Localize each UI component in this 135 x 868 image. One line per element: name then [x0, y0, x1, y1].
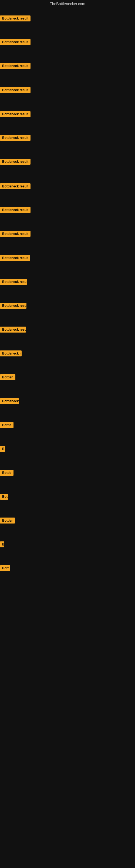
bottleneck-result-badge-22[interactable]: Bottlen — [0, 518, 15, 524]
badge-container-6: Bottleneck result — [0, 135, 31, 142]
bottleneck-result-badge-23[interactable]: B — [0, 541, 4, 547]
badge-container-8: Bottleneck result — [0, 183, 31, 190]
bottleneck-result-badge-5[interactable]: Bottleneck result — [0, 111, 31, 117]
badge-container-24: Bott — [0, 565, 10, 572]
bottleneck-result-badge-18[interactable]: Bottle — [0, 422, 13, 428]
badge-container-18: Bottle — [0, 422, 13, 429]
badge-container-20: Bottle — [0, 470, 13, 477]
bottleneck-result-badge-10[interactable]: Bottleneck result — [0, 231, 31, 237]
badge-container-1: Bottleneck result — [0, 16, 31, 23]
badge-container-12: Bottleneck resu — [0, 279, 27, 286]
badge-container-4: Bottleneck result — [0, 87, 31, 94]
bottleneck-result-badge-12[interactable]: Bottleneck resu — [0, 279, 27, 285]
bottleneck-result-badge-4[interactable]: Bottleneck result — [0, 87, 31, 93]
badge-container-7: Bottleneck result — [0, 159, 31, 166]
badge-container-17: Bottleneck — [0, 398, 19, 405]
badge-container-2: Bottleneck result — [0, 39, 31, 46]
badge-container-19: B — [0, 446, 5, 453]
badge-container-22: Bottlen — [0, 518, 15, 525]
badge-container-9: Bottleneck result — [0, 207, 31, 214]
bottleneck-result-badge-15[interactable]: Bottleneck r — [0, 350, 21, 356]
badge-container-13: Bottleneck resu — [0, 303, 27, 310]
bottleneck-result-badge-19[interactable]: B — [0, 446, 5, 452]
badge-container-14: Bottleneck resu — [0, 327, 26, 334]
bottleneck-result-badge-8[interactable]: Bottleneck result — [0, 183, 31, 189]
bottleneck-result-badge-16[interactable]: Bottlen — [0, 374, 15, 380]
badge-container-11: Bottleneck result — [0, 255, 30, 262]
badge-container-16: Bottlen — [0, 374, 15, 381]
bottleneck-result-badge-17[interactable]: Bottleneck — [0, 398, 19, 404]
badge-container-3: Bottleneck result — [0, 63, 31, 70]
bottleneck-result-badge-7[interactable]: Bottleneck result — [0, 159, 31, 165]
bottleneck-result-badge-24[interactable]: Bott — [0, 565, 10, 571]
badge-container-10: Bottleneck result — [0, 231, 31, 238]
bottleneck-result-badge-6[interactable]: Bottleneck result — [0, 135, 31, 141]
bottleneck-result-badge-13[interactable]: Bottleneck resu — [0, 303, 27, 309]
badge-container-23: B — [0, 541, 4, 549]
bottleneck-result-badge-20[interactable]: Bottle — [0, 470, 13, 476]
bottleneck-result-badge-2[interactable]: Bottleneck result — [0, 39, 31, 45]
badge-container-5: Bottleneck result — [0, 111, 31, 118]
bottleneck-result-badge-14[interactable]: Bottleneck resu — [0, 327, 26, 333]
bottleneck-result-badge-3[interactable]: Bottleneck result — [0, 63, 31, 69]
badge-container-15: Bottleneck r — [0, 350, 21, 358]
bottleneck-result-badge-9[interactable]: Bottleneck result — [0, 207, 31, 213]
site-title: TheBottlenecker.com — [0, 0, 135, 8]
bottleneck-result-badge-21[interactable]: Bot — [0, 494, 8, 500]
badge-container-21: Bot — [0, 494, 8, 501]
bottleneck-result-badge-1[interactable]: Bottleneck result — [0, 16, 31, 22]
bottleneck-result-badge-11[interactable]: Bottleneck result — [0, 255, 30, 261]
